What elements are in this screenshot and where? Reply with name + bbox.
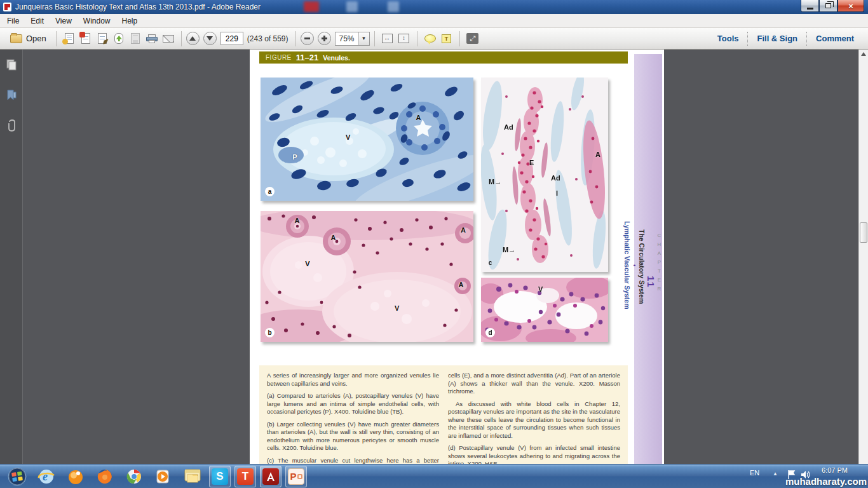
powerpoint-icon: P [288, 468, 304, 485]
create-pdf-button[interactable] [78, 30, 94, 48]
internet-explorer-icon[interactable]: e [36, 466, 57, 487]
menu-file[interactable]: File [1, 15, 25, 27]
open-button[interactable]: Open [5, 30, 51, 48]
sticky-note-button[interactable]: T [438, 30, 455, 48]
clock[interactable]: 6:07 PM [822, 466, 848, 474]
toolbar-separator [374, 31, 375, 46]
scroll-up-icon[interactable] [861, 52, 866, 56]
caption-paragraph: A series of increasingly larger and more… [267, 372, 439, 388]
language-indicator[interactable]: EN [750, 469, 759, 477]
menu-help[interactable]: Help [116, 15, 144, 27]
previous-page-button[interactable] [186, 32, 200, 45]
toolbar-separator [181, 31, 182, 46]
zoom-level-dropdown[interactable]: 75% ▼ [335, 32, 370, 46]
page-thumbnails-icon[interactable] [5, 58, 18, 71]
window-title: Junqueiras Basic Histology Text and Atla… [15, 3, 261, 11]
window-controls: × [801, 0, 864, 12]
figure-label: A [461, 227, 466, 234]
fullscreen-icon: ⤢ [466, 33, 478, 44]
document-canvas[interactable]: FIGURE 11–21 Venules. [23, 50, 858, 464]
caption-paragraph: (c) The muscular venule cut lengthwise h… [267, 457, 439, 464]
skype-icon: S [212, 468, 228, 485]
panel-letter-badge: b [265, 328, 275, 337]
restore-icon [825, 3, 831, 8]
navigation-pane [0, 50, 23, 464]
page-number-input[interactable] [220, 32, 243, 45]
skype-taskbar-button[interactable]: S [209, 466, 231, 487]
caption-column-left: A series of increasingly larger and more… [267, 372, 439, 458]
svg-text:e: e [43, 470, 48, 483]
t-app-taskbar-button[interactable]: T [234, 466, 256, 487]
fit-width-button[interactable] [379, 30, 396, 48]
menu-edit[interactable]: Edit [25, 15, 50, 27]
figure-label: Ad [551, 175, 560, 182]
fit-width-icon [382, 34, 393, 43]
chapter-subtitle: Lymphatic Vascular System [623, 221, 631, 309]
scrollbar-thumb[interactable] [860, 222, 867, 243]
email-icon [163, 35, 174, 43]
caption-paragraph: As discussed with white blood cells in C… [448, 400, 620, 440]
panel-letter-badge: a [265, 187, 275, 196]
system-tray: EN ▲ 6:07 PM muhadharaty.com [722, 464, 868, 488]
toolbar-separator [806, 32, 807, 46]
attachments-icon[interactable] [5, 119, 18, 132]
tools-panel-button[interactable]: Tools [717, 34, 739, 43]
fit-page-button[interactable] [396, 30, 412, 48]
histology-image-a: V A P a [261, 78, 473, 201]
sign-document-button[interactable] [94, 30, 111, 48]
chapter-number: 11 [646, 276, 656, 288]
open-folder-icon [10, 34, 22, 43]
next-page-button[interactable] [203, 32, 217, 45]
figure-label: V [538, 286, 543, 293]
panel-letter-badge: c [485, 258, 495, 268]
print-button[interactable] [144, 30, 160, 48]
menu-view[interactable]: View [50, 15, 78, 27]
figure-caption: A series of increasingly larger and more… [259, 365, 628, 464]
bookmarks-icon[interactable] [5, 89, 18, 102]
caption-paragraph: (d) Postcapillary venule (V) from an inf… [448, 444, 620, 464]
figure-prefix: FIGURE [266, 54, 292, 61]
create-pdf-icon [81, 33, 90, 44]
page-count-label: (243 of 559) [247, 34, 288, 43]
menu-bar: File Edit View Window Help [0, 14, 868, 28]
menu-window[interactable]: Window [78, 15, 116, 27]
save-button[interactable] [127, 30, 144, 48]
fullscreen-button[interactable]: ⤢ [465, 30, 481, 48]
chapter-tab: CHAPTER 11 The Circulatory System • Lymp… [634, 54, 662, 464]
start-button[interactable] [6, 466, 28, 487]
cloud-upload-button[interactable] [111, 30, 127, 48]
zoom-out-button[interactable] [301, 32, 314, 45]
zoom-in-button[interactable] [318, 32, 331, 45]
figure-label: P [292, 154, 297, 161]
comment-panel-button[interactable]: Comment [816, 34, 854, 43]
caption-paragraph: (a) Compared to arterioles (A), postcapi… [267, 392, 439, 416]
minimize-button[interactable] [801, 0, 819, 12]
close-button[interactable]: × [837, 0, 864, 12]
firefox-icon[interactable] [94, 466, 116, 487]
chapter-bullet: • [631, 264, 638, 267]
fill-sign-panel-button[interactable]: Fill & Sign [757, 34, 797, 43]
windows-explorer-icon[interactable] [182, 466, 203, 487]
page-up-icon [189, 36, 196, 41]
adobe-reader-taskbar-button[interactable] [260, 466, 281, 487]
email-button[interactable] [160, 30, 177, 48]
media-player-icon[interactable] [153, 466, 174, 487]
hidden-icons-chevron[interactable]: ▲ [773, 471, 778, 477]
fit-page-icon [398, 34, 409, 43]
chrome-icon[interactable] [123, 466, 145, 487]
gom-player-icon[interactable] [65, 466, 86, 487]
caption-column-right: cells (E), and a more distinct adventiti… [448, 372, 620, 458]
histology-image-c: Ad E M→ Ad I A M→ c [481, 78, 608, 272]
watermark-artifact [304, 1, 319, 12]
comment-bubble-button[interactable] [422, 30, 438, 48]
vertical-scrollbar[interactable] [858, 50, 868, 464]
send-file-button[interactable] [61, 30, 78, 48]
restore-button[interactable] [819, 0, 837, 12]
chapter-word: CHAPTER [656, 233, 662, 295]
powerpoint-taskbar-button[interactable]: P [285, 466, 307, 487]
figure-label: M→ [503, 247, 515, 254]
figure-label: A [295, 217, 300, 224]
toolbar-separator [459, 31, 460, 46]
toolbar-separator [295, 31, 296, 46]
watermark-artifact [388, 1, 399, 12]
